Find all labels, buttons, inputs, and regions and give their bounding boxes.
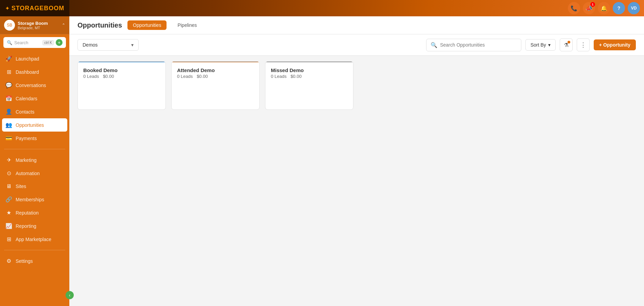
- col-value-booked: $0.00: [103, 74, 114, 79]
- col-meta-attended: 0 Leads $0.00: [177, 74, 254, 79]
- sidebar-item-label-calendars: Calendars: [16, 96, 37, 101]
- sidebar-search-plus-icon[interactable]: +: [56, 39, 63, 46]
- add-opportunity-button[interactable]: + Opportunity: [594, 39, 636, 50]
- page-header: Opportunities Opportunities Pipelines: [69, 16, 644, 34]
- sidebar-item-opportunities[interactable]: 👥 Opportunities: [2, 118, 67, 132]
- sidebar-item-label-launchpad: Launchpad: [16, 56, 39, 62]
- conversations-icon: 💬: [5, 82, 12, 88]
- sidebar-item-memberships[interactable]: 🔗 Memberships: [0, 193, 69, 206]
- marketing-icon: ✈: [5, 157, 12, 163]
- logo-text: STORAGEBOOM: [12, 5, 65, 12]
- main-content: Opportunities Opportunities Pipelines De…: [69, 16, 644, 306]
- logo-icon: ✦: [5, 5, 10, 12]
- col-title-missed: Missed Demo: [271, 67, 348, 73]
- col-meta-missed: 0 Leads $0.00: [271, 74, 348, 79]
- sidebar-item-reporting[interactable]: 📈 Reporting: [0, 219, 69, 233]
- calendars-icon: 📅: [5, 95, 12, 102]
- logo-storage: STORAGE: [12, 5, 44, 12]
- pipeline-selected-label: Demos: [83, 42, 98, 48]
- sidebar-item-label-automation: Automation: [16, 171, 40, 176]
- sites-icon: 🖥: [5, 183, 12, 189]
- sidebar-item-payments[interactable]: 💳 Payments: [0, 132, 69, 145]
- nav-divider-2: [4, 250, 65, 250]
- sidebar-item-label-app-marketplace: App Marketplace: [16, 237, 51, 242]
- sidebar-item-contacts[interactable]: 👤 Contacts: [0, 105, 69, 118]
- sidebar-item-app-marketplace[interactable]: ⊞ App Marketplace: [0, 233, 69, 246]
- kanban-col-booked-demo: Booked Demo 0 Leads $0.00: [77, 61, 166, 110]
- col-title-booked: Booked Demo: [83, 67, 160, 73]
- col-body-booked: [78, 82, 166, 109]
- launchpad-icon: 🚀: [5, 55, 12, 62]
- sidebar-item-label-reputation: Reputation: [16, 210, 39, 216]
- sidebar-item-label-dashboard: Dashboard: [16, 69, 39, 75]
- page-title: Opportunities: [77, 21, 122, 29]
- nav-section-secondary: ✈ Marketing ⊙ Automation 🖥 Sites 🔗 Membe…: [0, 152, 69, 247]
- sidebar-item-marketing[interactable]: ✈ Marketing: [0, 153, 69, 167]
- sidebar-item-label-sites: Sites: [16, 184, 26, 189]
- search-opportunities-wrap: 🔍: [426, 39, 521, 51]
- help-button[interactable]: ?: [613, 2, 625, 14]
- more-icon: ⋮: [580, 41, 586, 49]
- settings-icon: ⚙: [5, 258, 12, 264]
- toolbar: Demos ▾ 🔍 Sort By ▾ ⚗ ⋮ + Opportunity: [69, 34, 644, 56]
- sidebar-item-label-reporting: Reporting: [16, 223, 36, 229]
- filter-button[interactable]: ⚗: [560, 38, 573, 51]
- sidebar-collapse-button[interactable]: ‹: [66, 291, 74, 299]
- sort-button[interactable]: Sort By ▾: [525, 39, 556, 51]
- notifications-button[interactable]: 📣 1: [583, 2, 595, 14]
- search-opportunities-input[interactable]: [440, 42, 517, 48]
- avatar-button[interactable]: VD: [628, 2, 640, 14]
- reputation-icon: ★: [5, 209, 12, 216]
- kanban-col-missed-demo: Missed Demo 0 Leads $0.00: [265, 61, 353, 110]
- sidebar: SB Storage Boom Belgrade, MT ⌃ 🔍 Search …: [0, 16, 69, 306]
- tab-opportunities[interactable]: Opportunities: [127, 20, 167, 30]
- sidebar-item-label-contacts: Contacts: [16, 109, 34, 115]
- top-bar-actions: 📞 📣 1 🔔 ? VD: [568, 2, 640, 14]
- sidebar-item-label-opportunities: Opportunities: [16, 122, 44, 128]
- col-value-missed: $0.00: [291, 74, 302, 79]
- col-body-missed: [265, 82, 353, 109]
- sidebar-item-reputation[interactable]: ★ Reputation: [0, 206, 69, 219]
- bell-button[interactable]: 🔔: [598, 2, 610, 14]
- payments-icon: 💳: [5, 135, 12, 141]
- sidebar-item-settings[interactable]: ⚙ Settings: [0, 254, 69, 268]
- sidebar-item-dashboard[interactable]: ⊞ Dashboard: [0, 65, 69, 79]
- nav-section-main: 🚀 Launchpad ⊞ Dashboard 💬 Conversations …: [0, 51, 69, 146]
- agency-selector[interactable]: SB Storage Boom Belgrade, MT ⌃: [0, 16, 69, 34]
- logo-boom: BOOM: [44, 5, 64, 12]
- col-leads-missed: 0 Leads: [271, 74, 286, 79]
- col-header-booked: Booked Demo 0 Leads $0.00: [78, 63, 166, 82]
- agency-info: Storage Boom Belgrade, MT: [18, 21, 59, 30]
- col-header-missed: Missed Demo 0 Leads $0.00: [265, 63, 353, 82]
- more-options-button[interactable]: ⋮: [577, 38, 590, 51]
- dashboard-icon: ⊞: [5, 69, 12, 75]
- col-title-attended: Attended Demo: [177, 67, 254, 73]
- filter-active-dot: [568, 41, 570, 44]
- sidebar-item-sites[interactable]: 🖥 Sites: [0, 180, 69, 193]
- phone-button[interactable]: 📞: [568, 2, 580, 14]
- sidebar-item-label-marketing: Marketing: [16, 157, 36, 163]
- kanban-col-attended-demo: Attended Demo 0 Leads $0.00: [171, 61, 260, 110]
- agency-avatar: SB: [4, 20, 15, 31]
- col-body-attended: [172, 82, 259, 109]
- sidebar-item-calendars[interactable]: 📅 Calendars: [0, 92, 69, 105]
- sidebar-search-text: Search: [14, 40, 40, 45]
- nav-section-settings: ⚙ Settings: [0, 253, 69, 269]
- sidebar-search-icon: 🔍: [7, 40, 12, 45]
- pipeline-dropdown[interactable]: Demos ▾: [77, 39, 139, 51]
- col-meta-booked: 0 Leads $0.00: [83, 74, 160, 79]
- top-bar: ✦ STORAGEBOOM 📞 📣 1 🔔 ? VD: [0, 0, 644, 16]
- col-leads-attended: 0 Leads: [177, 74, 193, 79]
- opportunities-icon: 👥: [5, 122, 12, 128]
- sidebar-item-conversations[interactable]: 💬 Conversations: [0, 79, 69, 92]
- sidebar-item-automation[interactable]: ⊙ Automation: [0, 167, 69, 180]
- sort-chevron-icon: ▾: [548, 42, 551, 48]
- logo: ✦ STORAGEBOOM: [0, 0, 69, 16]
- agency-name: Storage Boom: [18, 21, 59, 26]
- sort-label: Sort By: [530, 42, 546, 48]
- sidebar-search[interactable]: 🔍 Search ctrl K +: [3, 37, 66, 48]
- sidebar-item-launchpad[interactable]: 🚀 Launchpad: [0, 52, 69, 65]
- app-marketplace-icon: ⊞: [5, 236, 12, 242]
- tab-pipelines[interactable]: Pipelines: [172, 20, 202, 30]
- notification-badge: 1: [590, 2, 595, 7]
